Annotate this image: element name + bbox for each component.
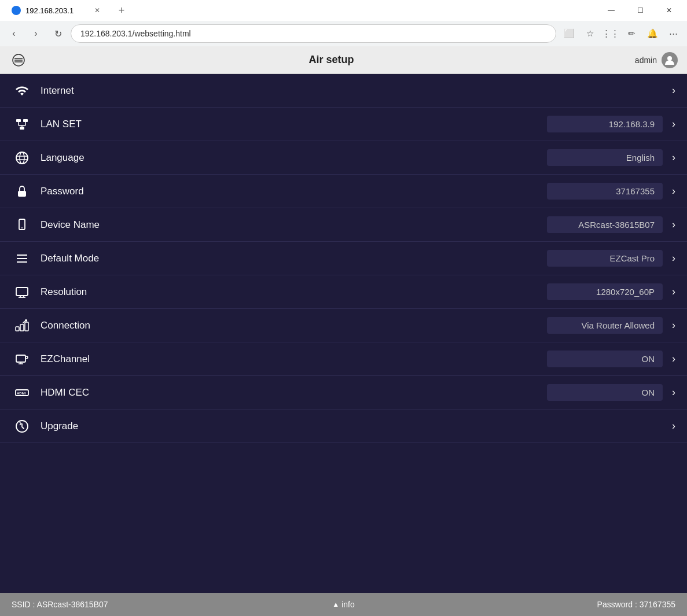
back-button[interactable]: ‹ [5,24,23,43]
edit-icon[interactable]: ✏ [622,24,641,43]
connection-chevron: › [672,319,675,331]
lan-set-chevron: › [672,118,675,130]
internet-chevron: › [672,84,675,97]
connection-icon [12,315,32,336]
svg-point-18 [21,227,23,228]
tab-favicon [12,6,21,15]
resolution-icon [12,282,32,303]
settings-item-resolution[interactable]: Resolution 1280x720_60P › [0,275,687,309]
app-header: Air setup admin [0,46,687,74]
reader-view-icon[interactable]: ⬜ [560,24,578,43]
svg-rect-6 [23,119,28,122]
svg-rect-28 [25,322,28,331]
settings-item-ezchannel[interactable]: EZChannel ON › [0,342,687,376]
browser-chrome: 192.168.203.1 ✕ + — ☐ ✕ ‹ › ↻ 192.168.20… [0,0,687,46]
resolution-label: Resolution [41,286,547,298]
address-bar[interactable]: 192.168.203.1/websetting.html [71,24,556,43]
resolution-chevron: › [672,286,675,298]
settings-item-lan-set[interactable]: LAN SET 192.168.3.9 › [0,108,687,141]
language-icon [12,147,32,168]
svg-rect-16 [18,191,26,197]
svg-point-13 [20,152,24,164]
forward-button[interactable]: › [27,24,45,43]
language-value: English [547,149,663,166]
url-text: 192.168.203.1/websetting.html [80,29,191,38]
info-arrow: ▲ [332,600,339,608]
device-name-value-area: ASRcast-38615B07 › [547,216,675,233]
lan-set-value: 192.168.3.9 [547,116,663,132]
hdmi-cec-chevron: › [672,386,675,399]
ezchannel-icon [12,349,32,370]
new-tab-button[interactable]: + [113,2,130,19]
connection-value: Via Router Allowed [547,317,663,334]
upgrade-value-area: › [667,420,675,432]
user-label: admin [635,56,657,65]
maximize-button[interactable]: ☐ [627,0,653,21]
settings-item-password[interactable]: Password 37167355 › [0,175,687,208]
browser-tab[interactable]: 192.168.203.1 ✕ [5,1,109,20]
settings-list: Internet › LAN SET 192.168.3.9 › Languag… [0,74,687,443]
tab-title: 192.168.203.1 [25,6,74,15]
device-name-label: Device Name [41,219,547,231]
device-name-value: ASRcast-38615B07 [547,216,663,233]
svg-rect-31 [16,355,25,362]
ezchannel-label: EZChannel [41,353,547,365]
info-button[interactable]: info [341,600,355,609]
internet-value-area: › [667,84,675,97]
lan-set-label: LAN SET [41,119,547,130]
default-mode-value-area: EZCast Pro › [547,250,675,267]
browser-toolbar: ‹ › ↻ 192.168.203.1/websetting.html ⬜ ☆ … [0,21,687,46]
device-name-chevron: › [672,219,675,231]
bookmark-icon[interactable]: ☆ [581,24,599,43]
notifications-icon[interactable]: 🔔 [643,24,662,43]
internet-label: Internet [41,85,667,97]
main-content: Internet › LAN SET 192.168.3.9 › Languag… [0,74,687,593]
tab-close-button[interactable]: ✕ [93,6,102,15]
reload-button[interactable]: ↻ [49,24,67,43]
default-mode-value: EZCast Pro [547,250,663,267]
app-title: Air setup [28,54,635,66]
password-label: Password [41,186,547,197]
close-button[interactable]: ✕ [656,0,682,21]
default-mode-chevron: › [672,252,675,264]
svg-rect-7 [20,127,24,130]
settings-item-internet[interactable]: Internet › [0,74,687,108]
menu-icon[interactable] [9,51,28,69]
settings-item-connection[interactable]: Connection Via Router Allowed › [0,309,687,342]
user-area: admin [635,52,678,68]
device-name-icon [12,215,32,235]
more-icon[interactable]: ⋯ [664,24,682,43]
toolbar-icons: ⬜ ☆ ⋮⋮ ✏ 🔔 ⋯ [560,24,682,43]
hdmi-cec-label: HDMI CEC [41,387,547,399]
footer-password: Password : 37167355 [597,600,675,609]
minimize-button[interactable]: — [598,0,624,21]
hdmi-cec-value-area: ON › [547,384,675,401]
language-chevron: › [672,152,675,164]
default-mode-icon [12,248,32,269]
hdmi-cec-value: ON [547,384,663,401]
window-controls: — ☐ ✕ [598,0,682,21]
svg-point-4 [667,56,672,61]
connection-value-area: Via Router Allowed › [547,317,675,334]
resolution-value-area: 1280x720_60P › [547,283,675,300]
svg-rect-22 [16,287,28,296]
settings-item-language[interactable]: Language English › [0,141,687,175]
svg-rect-5 [16,119,21,122]
svg-point-12 [16,152,28,164]
user-avatar [662,52,678,68]
hdmi-cec-icon: HDMI [12,382,32,403]
internet-icon [12,80,32,101]
upgrade-chevron: › [672,420,675,432]
password-value: 37167355 [547,183,663,200]
connection-label: Connection [41,320,547,331]
lan-set-icon [12,114,32,135]
password-chevron: › [672,185,675,197]
settings-item-default-mode[interactable]: Default Mode EZCast Pro › [0,242,687,275]
settings-icon[interactable]: ⋮⋮ [601,24,620,43]
settings-item-upgrade[interactable]: Upgrade › [0,410,687,443]
language-label: Language [41,152,547,164]
settings-item-device-name[interactable]: Device Name ASRcast-38615B07 › [0,208,687,242]
language-value-area: English › [547,149,675,166]
upgrade-label: Upgrade [41,420,667,432]
settings-item-hdmi-cec[interactable]: HDMI HDMI CEC ON › [0,376,687,410]
